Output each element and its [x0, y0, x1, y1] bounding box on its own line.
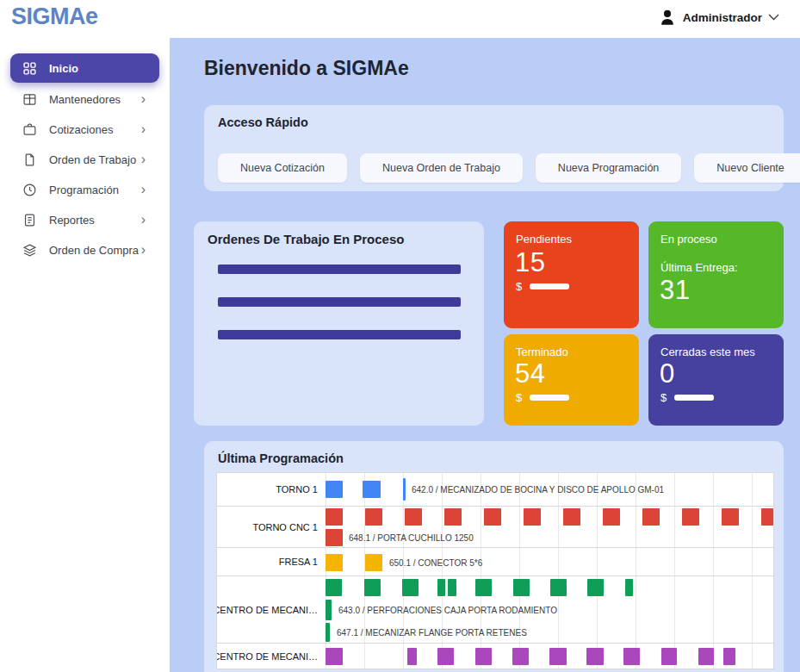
user-menu[interactable]: Administrador	[658, 7, 779, 28]
orders-card-title: Ordenes De Trabajo En Proceso	[208, 232, 404, 246]
orders-redacted-list	[218, 264, 461, 363]
gantt-bar[interactable]	[513, 579, 530, 596]
gantt-annotation: 642.0 / MECANIZADO DE BOCINA Y DISCO DE …	[412, 485, 664, 495]
gantt-bar[interactable]	[402, 579, 419, 596]
gantt-bar[interactable]	[403, 478, 406, 501]
gantt-bar[interactable]	[437, 648, 454, 665]
gantt-machine-label: CENTRO DE MECANI…	[217, 576, 326, 643]
gantt-bar[interactable]	[365, 508, 382, 526]
stat-label: Pendientes	[516, 233, 572, 246]
redacted-amount-bar	[530, 283, 569, 289]
report-icon	[22, 213, 37, 227]
gantt-bar[interactable]	[363, 481, 381, 498]
gantt-bar[interactable]	[326, 600, 332, 620]
gantt-annotation: 643.0 / PERFORACIONES CAJA PORTA RODAMIE…	[338, 606, 557, 615]
nueva-cotizacion-button[interactable]: Nueva Cotización	[218, 153, 347, 183]
redacted-order-bar	[218, 297, 461, 307]
gantt-bar[interactable]	[623, 648, 640, 665]
stat-value: 31	[660, 275, 690, 306]
nueva-programacion-button[interactable]: Nueva Programación	[536, 153, 681, 183]
currency-symbol: $	[660, 391, 667, 404]
gantt-bar[interactable]	[586, 648, 604, 665]
sidebar-item-reportes[interactable]: Reportes ›	[10, 205, 159, 234]
gantt-bar[interactable]	[563, 508, 580, 526]
stat-value: 15	[515, 247, 545, 278]
gantt-row-chart-area: 648.1 / PORTA CUCHILLO 1250	[326, 507, 773, 547]
gantt-table: TORNO 1642.0 / MECANIZADO DE BOCINA Y DI…	[216, 472, 774, 669]
chevron-right-icon: ›	[141, 243, 146, 257]
gantt-bar[interactable]	[326, 508, 343, 526]
sidebar-item-label: Inicio	[49, 62, 159, 75]
app-logo[interactable]: SIGMAe	[11, 3, 98, 30]
gantt-bar[interactable]	[475, 579, 492, 596]
sidebar-item-programacion[interactable]: Programación ›	[10, 175, 159, 204]
gantt-bar[interactable]	[524, 508, 541, 526]
nuevo-cliente-button[interactable]: Nuevo Cliente	[694, 153, 800, 183]
gantt-bar[interactable]	[444, 508, 462, 526]
gantt-bar[interactable]	[722, 508, 739, 526]
gantt-bar[interactable]	[512, 648, 529, 665]
quick-access-title: Acceso Rápido	[218, 115, 308, 129]
gantt-bar[interactable]	[698, 648, 714, 665]
gantt-bar[interactable]	[603, 508, 620, 526]
sidebar-item-orden-de-trabajo[interactable]: Orden de Trabajo ›	[10, 145, 159, 174]
stat-sublabel: Última Entrega:	[660, 261, 738, 274]
gantt-bar[interactable]	[405, 508, 422, 526]
gantt-bar[interactable]	[642, 508, 660, 526]
gantt-row: TORNO 1642.0 / MECANIZADO DE BOCINA Y DI…	[217, 473, 773, 506]
clock-icon	[22, 183, 37, 197]
gantt-row: CENTRO DE MECANI…	[217, 643, 773, 669]
gantt-row: TORNO CNC 1648.1 / PORTA CUCHILLO 1250	[217, 506, 773, 547]
gantt-row-chart-area: 643.0 / PERFORACIONES CAJA PORTA RODAMIE…	[326, 576, 773, 643]
user-avatar-icon	[658, 7, 677, 28]
schedule-title: Última Programación	[218, 451, 344, 465]
currency-symbol: $	[516, 391, 522, 404]
gantt-bar[interactable]	[550, 579, 567, 596]
gantt-bar[interactable]	[682, 508, 699, 526]
gantt-bar[interactable]	[326, 623, 330, 642]
stat-card-pendientes: Pendientes 15 $	[504, 221, 639, 328]
gantt-bar[interactable]	[407, 648, 417, 665]
gantt-row-chart-area: 650.1 / CONECTOR 5*6	[326, 548, 773, 576]
gantt-bar[interactable]	[326, 648, 343, 665]
chevron-right-icon: ›	[141, 213, 146, 227]
gantt-annotation: 648.1 / PORTA CUCHILLO 1250	[349, 533, 474, 543]
gantt-bar[interactable]	[448, 579, 456, 596]
user-name: Administrador	[683, 11, 762, 24]
sidebar-item-inicio[interactable]: Inicio	[10, 53, 159, 83]
briefcase-icon	[22, 122, 37, 137]
gantt-bar[interactable]	[761, 508, 773, 526]
stat-amount: $	[516, 391, 569, 404]
gantt-bar[interactable]	[475, 648, 492, 665]
main-content: Bienvenido a SIGMAe Acceso Rápido Nueva …	[170, 38, 800, 672]
gantt-machine-label: TORNO 1	[217, 473, 326, 506]
gantt-bar[interactable]	[723, 648, 735, 665]
sidebar-item-mantenedores[interactable]: Mantenedores ›	[10, 84, 159, 114]
stat-label: Cerradas este mes	[660, 345, 755, 358]
chevron-down-icon	[768, 14, 779, 21]
gantt-row: CENTRO DE MECANI…643.0 / PERFORACIONES C…	[217, 576, 773, 643]
gantt-bar[interactable]	[437, 579, 445, 596]
gantt-bar[interactable]	[549, 648, 567, 665]
gantt-bar[interactable]	[326, 529, 343, 546]
gantt-bar[interactable]	[661, 648, 677, 665]
stat-amount: $	[660, 391, 714, 404]
gantt-machine-label: TORNO CNC 1	[217, 507, 326, 547]
gantt-bar[interactable]	[587, 579, 604, 596]
gantt-machine-label: FRESA 1	[217, 548, 326, 576]
gantt-bar[interactable]	[326, 554, 343, 571]
gantt-bar[interactable]	[484, 508, 501, 526]
sidebar-item-orden-de-compra[interactable]: Orden de Compra ›	[10, 235, 159, 264]
gantt-machine-label: CENTRO DE MECANI…	[217, 644, 326, 669]
sidebar-item-cotizaciones[interactable]: Cotizaciones ›	[10, 115, 159, 144]
gantt-bar[interactable]	[365, 554, 382, 571]
sidebar-item-label: Orden de Compra	[49, 244, 141, 257]
sidebar: Inicio Mantenedores › Cotizaciones › Ord…	[0, 38, 170, 672]
nueva-orden-de-trabajo-button[interactable]: Nueva Orden de Trabajo	[360, 153, 523, 183]
gantt-bar[interactable]	[326, 481, 343, 498]
chevron-right-icon: ›	[141, 122, 146, 136]
gantt-bar[interactable]	[326, 579, 342, 596]
currency-symbol: $	[516, 280, 522, 293]
gantt-bar[interactable]	[364, 579, 381, 596]
gantt-bar[interactable]	[625, 579, 633, 596]
